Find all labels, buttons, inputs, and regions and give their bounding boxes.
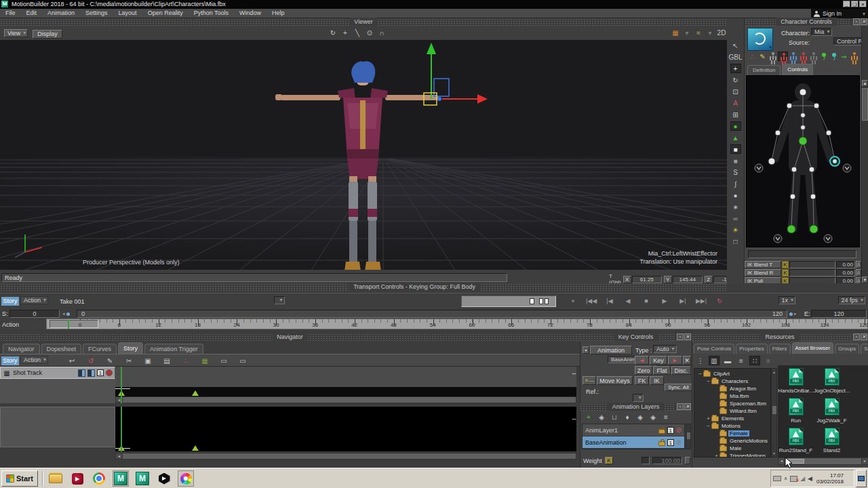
sphere-icon[interactable]: ●	[730, 121, 741, 131]
story-hscrollbar-1[interactable]: ◂	[115, 396, 576, 403]
asset-item[interactable]: JogOnObject...	[814, 368, 850, 398]
close-panel-icon[interactable]: ✕	[684, 333, 691, 340]
tree-item[interactable]: Aragor.fbm	[694, 385, 770, 392]
asset-item[interactable]: Run2Stand_F	[778, 428, 814, 458]
light-icon[interactable]: ☀	[730, 225, 741, 235]
asterisk-icon[interactable]: ∗	[730, 202, 741, 211]
pin-translation-icon[interactable]	[818, 52, 829, 61]
timeline-range-bar[interactable]: 0 120	[77, 310, 787, 318]
navigator-tab[interactable]: Animation Trigger	[144, 344, 203, 354]
cube2-icon[interactable]: ■	[730, 156, 741, 165]
marquee-icon[interactable]: □	[730, 237, 741, 246]
shot-record-icon[interactable]	[106, 369, 113, 376]
story-action-select[interactable]: Action	[20, 356, 48, 364]
monitor-icon[interactable]: ▭	[218, 356, 229, 365]
navigator-tab[interactable]: Dopesheet	[41, 344, 82, 354]
goto-start-button[interactable]: |◀◀	[585, 296, 597, 306]
columns-view-icon[interactable]: ▥	[709, 356, 719, 365]
trajectory-icon[interactable]: ≈	[693, 28, 704, 37]
close-panel-icon[interactable]: ✕	[684, 403, 691, 410]
anim-flag-button[interactable]: A	[856, 269, 861, 277]
split-view-icon[interactable]: ▬	[722, 356, 733, 365]
panel-resize-handle-icon[interactable]: ↔	[571, 369, 577, 376]
navigator-header[interactable]: Navigator	[0, 333, 580, 341]
type-select[interactable]: Auto	[653, 345, 677, 353]
playback-speed-select[interactable]: 1x	[778, 296, 796, 304]
translate-icon[interactable]: +	[730, 64, 741, 73]
marker-icon[interactable]: A	[730, 98, 741, 108]
zoom-icon[interactable]: ⊙	[364, 28, 375, 37]
tree-item[interactable]: Mia.fbm	[694, 392, 770, 400]
layer-down-icon[interactable]: ◈	[648, 412, 658, 422]
character-controls-header[interactable]: Character Controls ▫✕	[745, 18, 868, 26]
action-mode-select[interactable]: Action	[20, 296, 48, 304]
stop-button[interactable]: ■	[640, 296, 652, 306]
asset-item[interactable]: Run	[778, 398, 814, 428]
key-controls-header[interactable]: Key Controls ▫✕	[580, 333, 692, 341]
shot-track-badge[interactable]: 1	[97, 369, 104, 376]
tray-clock[interactable]: 17:07 03/02/2018	[816, 472, 844, 485]
ghost-icon[interactable]: ∴	[180, 356, 191, 365]
lock-icon[interactable]	[658, 441, 665, 446]
story-mode-chip[interactable]: Story	[1, 297, 19, 306]
panel-resize-handle2-icon[interactable]: ↔	[571, 415, 577, 422]
mute-icon[interactable]: ⊘	[676, 439, 682, 446]
prev-key-button[interactable]: |◀	[604, 296, 616, 306]
close-panel-icon[interactable]: ✕	[861, 18, 867, 25]
tree-item[interactable]: − Motions	[694, 422, 770, 430]
dock-icon[interactable]: ▫	[677, 403, 684, 410]
menu-item[interactable]: Window	[234, 9, 267, 18]
dock-icon[interactable]: ▫	[853, 18, 860, 25]
ik-property-bar[interactable]	[789, 261, 835, 268]
delete-key-button[interactable]: ✕	[683, 356, 691, 365]
tree-expander-icon[interactable]: −	[697, 371, 703, 377]
tree-item[interactable]: GenericMotions	[694, 437, 770, 445]
navigator-tab[interactable]: Story	[118, 342, 143, 354]
animation-button[interactable]: Animation	[590, 346, 632, 354]
fk-button[interactable]: FK	[635, 376, 649, 385]
coord-field[interactable]: Y 145.44	[664, 276, 703, 283]
ik-pin-icon[interactable]: ∫	[730, 179, 741, 188]
paste-icon[interactable]: ▤	[161, 356, 172, 365]
motionbuilder-icon[interactable]: M	[134, 470, 151, 487]
ik-property-value[interactable]: 0.00	[836, 261, 855, 268]
loop-region-control[interactable]	[461, 296, 556, 307]
menu-item[interactable]: Edit	[21, 9, 43, 18]
weight-key-button[interactable]: K	[605, 457, 613, 464]
tree-expander-icon[interactable]: +	[713, 453, 719, 458]
key-button[interactable]: Key	[650, 356, 667, 365]
speaker-icon[interactable]: ◀	[808, 475, 812, 482]
line-icon[interactable]: ╲	[352, 28, 363, 37]
transport-header[interactable]: Transport Controls - Keying Group: Full …	[0, 283, 727, 291]
list-view-icon[interactable]: ≡	[736, 356, 747, 365]
undo-icon[interactable]: ↩	[66, 356, 77, 365]
app-colorful-icon[interactable]	[178, 470, 194, 487]
shot-view-toggle2-icon[interactable]	[87, 369, 95, 377]
character-ctrlrig-icon[interactable]	[778, 52, 788, 61]
end-frame-field[interactable]: 120	[811, 310, 867, 318]
start-button[interactable]: Start	[1, 470, 38, 487]
pan-icon[interactable]: +	[340, 28, 351, 37]
weight-value[interactable]: 100.00	[652, 457, 682, 464]
menu-item[interactable]: Help	[267, 9, 290, 18]
start-frame-field[interactable]: 0	[9, 310, 60, 318]
dock-icon[interactable]: ▫	[677, 333, 684, 340]
story-playhead-2[interactable]	[121, 407, 122, 451]
menu-item[interactable]: Open Reality	[142, 9, 189, 18]
transport-take-select[interactable]	[274, 296, 285, 304]
image-icon[interactable]: ▦	[199, 356, 210, 365]
duplicate-layer-icon[interactable]: ◈	[596, 412, 607, 422]
key-flag-button[interactable]: K	[782, 261, 789, 268]
right-ankle-effector[interactable]	[810, 225, 818, 233]
chrome-icon[interactable]	[91, 470, 107, 487]
prev-frame-button[interactable]: ◀	[622, 296, 634, 306]
scrollbar-thumb[interactable]	[862, 88, 868, 121]
animation-layers-header[interactable]: Animation Layers ▫✕	[580, 403, 692, 411]
unity-icon[interactable]	[156, 470, 172, 487]
loop-button[interactable]: ↻	[713, 296, 726, 306]
menu-item[interactable]: Animation	[42, 9, 80, 18]
axis-value[interactable]: 61.25	[632, 276, 662, 283]
ref-select[interactable]	[633, 394, 644, 402]
signal-icon[interactable]: ◢	[800, 475, 805, 482]
asset-item[interactable]: Stand2	[814, 428, 850, 458]
